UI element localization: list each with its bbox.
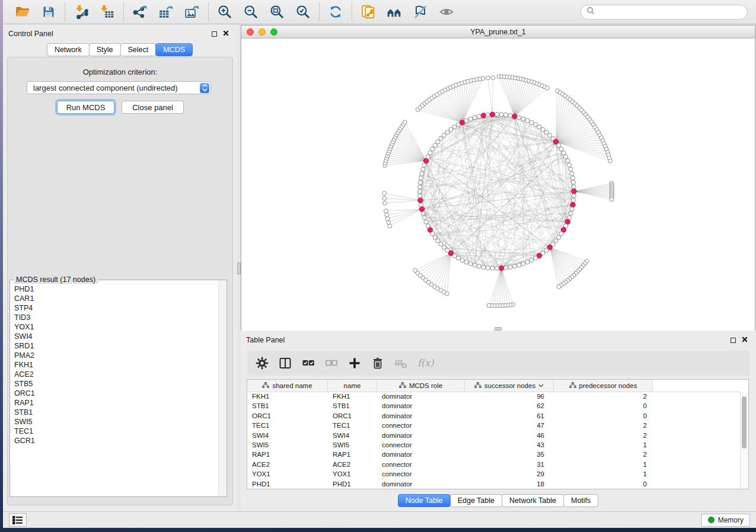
table-row[interactable]: STB1STB1dominator620: [247, 402, 741, 411]
close-panel-icon[interactable]: [223, 30, 229, 38]
mcds-result-item[interactable]: CAR1: [11, 294, 219, 303]
maximize-window-icon[interactable]: [270, 28, 277, 36]
criterion-dropdown-value: largest connected component (undirected): [27, 84, 200, 92]
column-header-shared-name[interactable]: shared name: [247, 380, 328, 392]
open-session-button[interactable]: [15, 4, 30, 20]
mcds-result-item[interactable]: ACE2: [11, 370, 219, 379]
export-image-button[interactable]: [184, 4, 200, 20]
delete-column-button[interactable]: [370, 355, 385, 371]
table-row[interactable]: ORC1ORC1dominator610: [247, 412, 741, 421]
table-row[interactable]: SWI4SWI4dominator462: [247, 431, 741, 441]
deselect-all-rows-button[interactable]: [324, 355, 339, 371]
float-panel-icon[interactable]: [731, 338, 736, 343]
tab-mcds[interactable]: MCDS: [155, 43, 193, 56]
column-header-predecessor-nodes[interactable]: predecessor nodes: [554, 380, 653, 392]
mcds-result-item[interactable]: STB5: [11, 379, 219, 389]
mcds-result-item[interactable]: ORC1: [11, 389, 219, 398]
search-input[interactable]: [595, 5, 747, 18]
mcds-result-item[interactable]: GCR1: [11, 436, 219, 446]
zoom-in-button[interactable]: [217, 4, 232, 20]
mcds-list-scrollbar[interactable]: [218, 281, 226, 496]
mcds-result-list[interactable]: PHD1CAR1STP4TID3YOX1SWI4SRD1PMA2FKH1ACE2…: [11, 281, 219, 496]
add-column-button[interactable]: [347, 355, 362, 371]
zoom-selected-button[interactable]: [295, 4, 311, 20]
control-panel-titlebar: Control Panel: [3, 24, 237, 40]
tab-network[interactable]: Network: [47, 43, 90, 56]
tab-edge-table[interactable]: Edge Table: [450, 494, 502, 507]
memory-button-label: Memory: [718, 516, 744, 524]
mcds-result-item[interactable]: PHD1: [11, 284, 219, 294]
column-selector-button[interactable]: [277, 355, 293, 371]
tab-node-table[interactable]: Node Table: [398, 494, 451, 507]
table-cell: connector: [377, 460, 465, 470]
table-cell: SWI4: [328, 431, 377, 441]
svg-text:f(x): f(x): [417, 357, 434, 368]
toggle-graphics-details-icon[interactable]: [413, 4, 428, 20]
mcds-result-item[interactable]: TID3: [11, 313, 219, 322]
mcds-result-item[interactable]: FKH1: [11, 360, 219, 370]
zoom-fit-button[interactable]: [269, 4, 285, 20]
show-hide-eye-icon[interactable]: [439, 4, 454, 20]
close-window-icon[interactable]: [247, 28, 254, 36]
table-row[interactable]: PHD1PHD1dominator180: [247, 480, 741, 489]
tab-motifs[interactable]: Motifs: [563, 494, 598, 507]
table-scrollbar[interactable]: [740, 392, 748, 489]
find-icon[interactable]: [387, 4, 402, 20]
mcds-result-item[interactable]: PMA2: [11, 351, 219, 360]
run-mcds-button[interactable]: Run MCDS: [57, 101, 114, 114]
table-cell: 2: [554, 392, 653, 402]
column-header-mcds-role[interactable]: MCDS role: [377, 380, 465, 392]
table-cell: PHD1: [247, 480, 328, 489]
zoom-out-button[interactable]: [243, 4, 259, 20]
tab-style[interactable]: Style: [89, 43, 121, 56]
table-settings-button[interactable]: [254, 355, 270, 371]
table-cell: dominator: [377, 402, 465, 411]
table-cell-filler: [653, 392, 741, 402]
refresh-layout-button[interactable]: [328, 4, 343, 20]
network-graph[interactable]: [241, 39, 755, 331]
close-panel-icon[interactable]: [742, 336, 748, 344]
show-panels-list-button[interactable]: [9, 513, 27, 527]
float-panel-icon[interactable]: [212, 31, 217, 37]
select-all-rows-button[interactable]: [301, 355, 316, 371]
network-window-titlebar[interactable]: YPA_prune.txt_1: [241, 25, 755, 39]
search-box[interactable]: [580, 5, 748, 20]
table-cell: STB1: [328, 402, 377, 411]
table-row[interactable]: SWI5SWI5connector431: [247, 441, 741, 450]
table-row[interactable]: FKH1FKH1dominator962: [247, 392, 741, 402]
table-cell: dominator: [377, 412, 465, 421]
mcds-result-item[interactable]: SWI5: [11, 417, 219, 427]
clone-network-button[interactable]: [361, 4, 376, 20]
mcds-result-item[interactable]: SWI4: [11, 332, 219, 341]
tab-network-table[interactable]: Network Table: [502, 494, 564, 507]
column-header-successor-nodes[interactable]: successor nodes: [465, 380, 554, 392]
table-row[interactable]: RAP1RAP1dominator352: [247, 450, 741, 460]
mcds-result-item[interactable]: STP4: [11, 303, 219, 313]
table-row[interactable]: TEC1TEC1connector472: [247, 421, 741, 431]
mcds-result-item[interactable]: YOX1: [11, 322, 219, 332]
export-network-button[interactable]: [132, 4, 148, 20]
mcds-result-group: MCDS result (17 nodes) PHD1CAR1STP4TID3Y…: [9, 280, 227, 497]
minimize-window-icon[interactable]: [259, 28, 266, 36]
table-cell: dominator: [377, 480, 465, 489]
control-panel: Control Panel Network Style Select MCDS …: [3, 24, 237, 511]
table-scrollbar-thumb[interactable]: [742, 396, 747, 448]
export-table-button[interactable]: [158, 4, 174, 20]
mcds-result-item[interactable]: RAP1: [11, 398, 219, 408]
save-session-button[interactable]: [41, 4, 56, 20]
tab-select[interactable]: Select: [120, 43, 157, 56]
mcds-result-item[interactable]: TEC1: [11, 427, 219, 436]
mcds-result-item[interactable]: STB1: [11, 408, 219, 417]
column-header-name[interactable]: name: [328, 380, 377, 392]
main-toolbar: [3, 0, 756, 24]
table-row[interactable]: YOX1YOX1connector291: [247, 470, 741, 479]
memory-button[interactable]: Memory: [701, 514, 750, 527]
close-panel-button[interactable]: Close panel: [122, 101, 184, 114]
network-canvas[interactable]: [241, 39, 755, 331]
criterion-dropdown[interactable]: largest connected component (undirected): [27, 81, 211, 94]
table-row[interactable]: ACE2ACE2connector311: [247, 460, 741, 470]
import-table-button[interactable]: [100, 4, 115, 20]
import-network-button[interactable]: [74, 4, 89, 20]
table-cell-filler: [653, 421, 741, 431]
mcds-result-item[interactable]: SRD1: [11, 341, 219, 351]
